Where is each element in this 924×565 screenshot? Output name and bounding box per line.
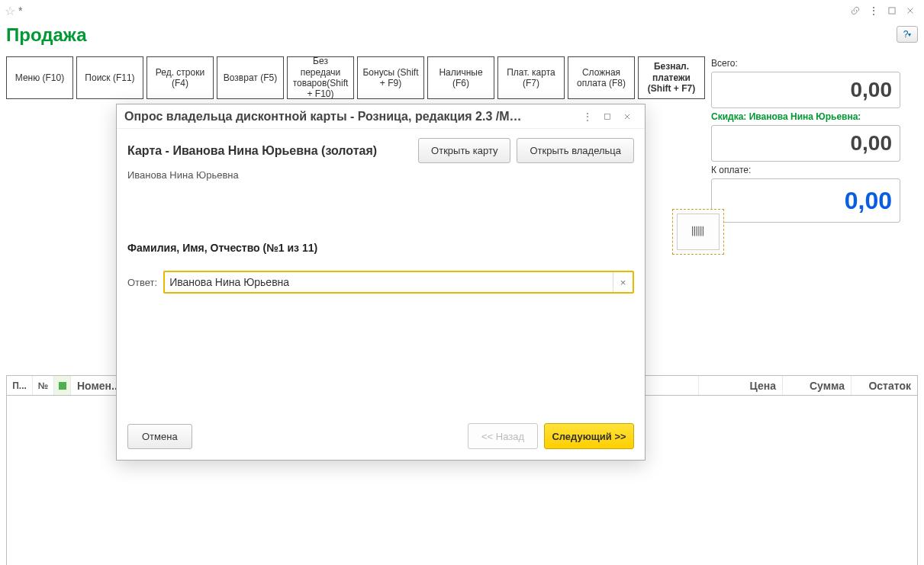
kebab-menu-icon[interactable]: ⋮ [864,2,883,20]
card-title: Карта - Иванова Нина Юрьевна (золотая) [127,144,377,158]
card-button[interactable]: Плат. карта (F7) [497,56,565,99]
next-button[interactable]: Следующий >> [544,423,634,449]
answer-field-wrapper: × [163,271,634,294]
search-button[interactable]: Поиск (F11) [76,56,143,99]
modal-close-icon[interactable] [617,107,637,127]
complex-payment-button[interactable]: Сложная оплата (F8) [568,56,635,99]
total-value: 0,00 [711,72,900,108]
col-p: П... [7,376,33,395]
svg-rect-8 [605,114,610,119]
column-icon [58,381,67,390]
cash-button[interactable]: Наличные (F6) [427,56,494,99]
barcode-scan-button[interactable] [672,209,724,255]
topay-label: К оплате: [711,163,900,177]
back-button: << Назад [468,423,538,449]
page-title: Продажа [6,21,87,52]
no-transfer-button[interactable]: Без передачи товаров(Shift + F10) [287,56,354,99]
window-titlebar: ☆ * ⋮ [0,0,924,21]
answer-label: Ответ: [127,277,157,288]
total-label: Всего: [711,56,900,70]
cancel-button[interactable]: Отмена [127,424,192,449]
survey-modal: Опрос владельца дисконтной карты - Розни… [116,104,646,461]
survey-question: Фамилия, Имя, Отчество (№1 из 11) [127,242,634,254]
noncash-payments-button[interactable]: Безнал. платежи (Shift + F7) [638,56,705,99]
col-icon [54,376,71,395]
svg-rect-7 [59,382,66,390]
col-stock: Остаток [852,376,917,395]
window-close-icon[interactable] [901,2,919,20]
modal-title: Опрос владельца дисконтной карты - Розни… [124,110,578,124]
modal-kebab-icon[interactable]: ⋮ [578,107,597,127]
col-num: № [33,376,54,395]
topay-value: 0,00 [711,178,900,223]
open-owner-button[interactable]: Открыть владельца [517,138,634,163]
discount-value: 0,00 [711,125,900,162]
return-button[interactable]: Возврат (F5) [217,56,284,99]
svg-rect-0 [889,8,895,14]
edit-row-button[interactable]: Ред. строки (F4) [146,56,214,99]
discount-label: Скидка: Иванова Нина Юрьевна: [711,110,900,124]
modal-maximize-icon[interactable] [597,107,617,127]
help-button[interactable]: ?▾ [897,26,918,43]
modified-indicator: * [18,5,22,17]
clear-input-icon[interactable]: × [613,272,633,292]
bonuses-button[interactable]: Бонусы (Shift + F9) [357,56,424,99]
col-sum: Сумма [783,376,852,395]
col-price: Цена [699,376,783,395]
open-card-button[interactable]: Открыть карту [418,138,510,163]
link-icon[interactable] [846,2,864,20]
barcode-icon [690,223,707,240]
menu-button[interactable]: Меню (F10) [6,56,73,99]
favorite-star-icon[interactable]: ☆ [5,4,15,18]
window-maximize-icon[interactable] [883,2,901,20]
answer-input[interactable] [165,272,613,292]
owner-name: Иванова Нина Юрьевна [127,169,634,181]
